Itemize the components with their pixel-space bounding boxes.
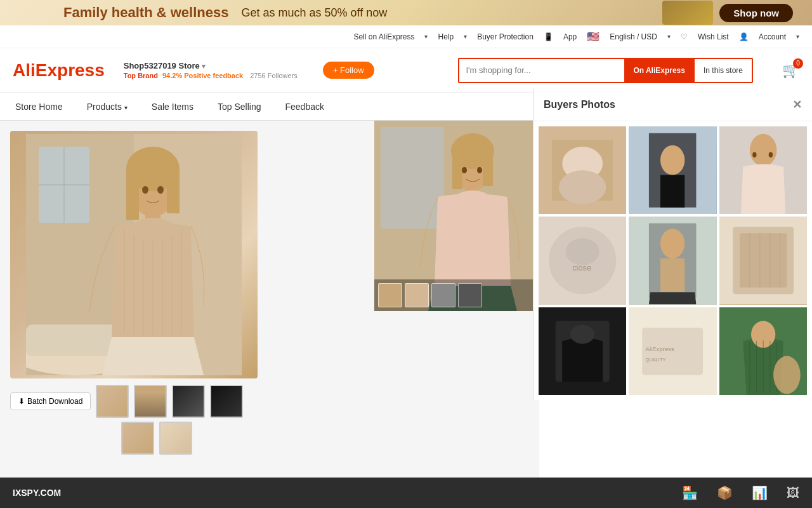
sell-link[interactable]: Sell on AliExpress bbox=[353, 32, 414, 41]
svg-point-21 bbox=[157, 186, 164, 194]
product-thumbnails-row: ⬇ Batch Download bbox=[10, 385, 364, 418]
svg-point-19 bbox=[131, 218, 175, 241]
promotional-banner: Family health & wellness Get as much as … bbox=[0, 0, 812, 25]
chevron-down-icon: ▾ bbox=[424, 33, 428, 40]
product-images-area: ⬇ Batch Download bbox=[0, 121, 374, 508]
download-icon: ⬇ bbox=[18, 397, 25, 406]
buyers-photos-title: Buyers Photos bbox=[544, 99, 615, 110]
batch-download-button[interactable]: ⬇ Batch Download bbox=[10, 392, 91, 410]
svg-point-35 bbox=[559, 170, 606, 204]
svg-point-50 bbox=[660, 229, 684, 258]
buyer-photo-9[interactable] bbox=[719, 307, 807, 395]
nav-sale-items[interactable]: Sale Items bbox=[149, 102, 196, 112]
preview-thumb-4[interactable] bbox=[458, 283, 482, 307]
preview-thumb-2[interactable] bbox=[405, 283, 429, 307]
svg-point-61 bbox=[570, 324, 594, 344]
site-header: AliExpress Shop5327019 Store ▾ Top Brand… bbox=[0, 48, 812, 93]
search-store-button[interactable]: In this store bbox=[694, 59, 752, 82]
svg-text:close: close bbox=[572, 263, 591, 272]
heart-icon: ♡ bbox=[681, 32, 688, 41]
chevron-down-icon2: ▾ bbox=[464, 33, 467, 40]
site-logo[interactable]: AliExpress bbox=[13, 60, 105, 81]
app-link[interactable]: App bbox=[563, 32, 577, 41]
svg-point-31 bbox=[477, 167, 482, 173]
nav-top-selling[interactable]: Top Selling bbox=[215, 102, 264, 112]
store-meta: Top Brand 94.2% Positive feedback 2756 F… bbox=[124, 72, 298, 79]
person-icon: 👤 bbox=[739, 32, 749, 41]
preview-thumbnails bbox=[374, 279, 539, 311]
search-aliexpress-button[interactable]: On AliExpress bbox=[624, 59, 694, 82]
chart-icon[interactable]: 📊 bbox=[752, 485, 768, 500]
store-info: Shop5327019 Store ▾ Top Brand 94.2% Posi… bbox=[124, 61, 298, 79]
buyer-photo-3[interactable] bbox=[719, 126, 807, 214]
product-image-svg bbox=[26, 134, 242, 375]
buyer-photo-4[interactable]: close bbox=[539, 217, 626, 304]
thumbnail-5[interactable] bbox=[121, 422, 154, 455]
flag-icon: 🇺🇸 bbox=[587, 30, 599, 43]
top-brand-badge: Top Brand bbox=[124, 72, 158, 79]
svg-point-73 bbox=[773, 356, 801, 394]
nav-feedback[interactable]: Feedback bbox=[282, 102, 326, 112]
buyers-photos-grid: close bbox=[534, 121, 812, 400]
svg-point-38 bbox=[660, 145, 684, 175]
thumbnail-3[interactable] bbox=[172, 385, 205, 418]
buyer-protection-link[interactable]: Buyer Protection bbox=[477, 32, 534, 41]
svg-point-29 bbox=[455, 190, 490, 208]
nav-products[interactable]: Products ▾ bbox=[84, 102, 130, 112]
svg-rect-51 bbox=[660, 258, 684, 292]
banner-headline: Family health & wellness bbox=[63, 4, 228, 21]
close-icon[interactable]: ✕ bbox=[792, 98, 802, 112]
svg-point-43 bbox=[768, 152, 772, 157]
chevron-down-icon3: ▾ bbox=[667, 33, 671, 40]
buyer-photo-5[interactable] bbox=[629, 217, 716, 304]
product-main-image bbox=[10, 131, 258, 378]
shop-now-button[interactable]: Shop now bbox=[719, 4, 793, 22]
wishlist-link[interactable]: Wish List bbox=[698, 32, 729, 41]
banner-subtext: Get as much as 50% off now bbox=[241, 6, 387, 20]
thumbnails-row-2 bbox=[121, 422, 364, 455]
thumbnail-1[interactable] bbox=[96, 385, 129, 418]
preview-image-panel bbox=[374, 121, 539, 311]
follow-button[interactable]: + Follow bbox=[323, 62, 374, 79]
buyer-photo-6[interactable] bbox=[719, 217, 807, 304]
store-name: Shop5327019 Store ▾ bbox=[124, 61, 298, 70]
image-icon[interactable]: 🖼 bbox=[787, 486, 799, 500]
search-bar: On AliExpress In this store bbox=[458, 58, 753, 83]
search-input[interactable] bbox=[459, 59, 624, 82]
cart-badge: 0 bbox=[793, 58, 803, 69]
chevron-down-icon6: ▾ bbox=[124, 104, 128, 111]
svg-point-20 bbox=[142, 186, 148, 194]
store-icon[interactable]: 🏪 bbox=[682, 485, 698, 500]
box-icon[interactable]: 📦 bbox=[717, 485, 733, 500]
svg-point-42 bbox=[752, 152, 756, 157]
svg-point-41 bbox=[750, 134, 777, 166]
help-link[interactable]: Help bbox=[438, 32, 454, 41]
ixspy-logo: IXSPY.COM bbox=[13, 488, 61, 498]
svg-rect-23 bbox=[381, 127, 444, 229]
buyer-photo-7[interactable] bbox=[539, 307, 626, 395]
preview-thumb-3[interactable] bbox=[431, 283, 455, 307]
chevron-down-icon5[interactable]: ▾ bbox=[202, 62, 206, 70]
thumbnail-6[interactable] bbox=[159, 422, 192, 455]
buyer-photo-2[interactable] bbox=[629, 126, 716, 214]
account-link[interactable]: Account bbox=[759, 32, 786, 41]
chevron-down-icon4: ▾ bbox=[796, 33, 799, 40]
buyer-photo-1[interactable] bbox=[539, 126, 626, 214]
thumbnail-2[interactable] bbox=[134, 385, 167, 418]
followers-count: 2756 Followers bbox=[250, 72, 298, 79]
svg-rect-27 bbox=[483, 151, 493, 186]
cart-container: 🛒 0 bbox=[776, 62, 799, 79]
preview-thumb-1[interactable] bbox=[378, 283, 402, 307]
language-selector[interactable]: English / USD bbox=[610, 32, 657, 41]
phone-icon: 📱 bbox=[544, 32, 553, 41]
svg-rect-26 bbox=[452, 151, 462, 189]
top-navigation: Sell on AliExpress ▾ Help ▾ Buyer Protec… bbox=[0, 25, 812, 48]
preview-panel-wrapper bbox=[374, 121, 539, 508]
svg-point-46 bbox=[566, 238, 599, 265]
svg-rect-9 bbox=[126, 169, 139, 220]
thumbnail-4[interactable] bbox=[210, 385, 243, 418]
product-image-placeholder bbox=[10, 131, 258, 378]
buyer-photo-8[interactable]: AliExpress QUALITY bbox=[629, 307, 716, 395]
svg-point-30 bbox=[462, 167, 467, 173]
nav-store-home[interactable]: Store Home bbox=[13, 102, 65, 112]
